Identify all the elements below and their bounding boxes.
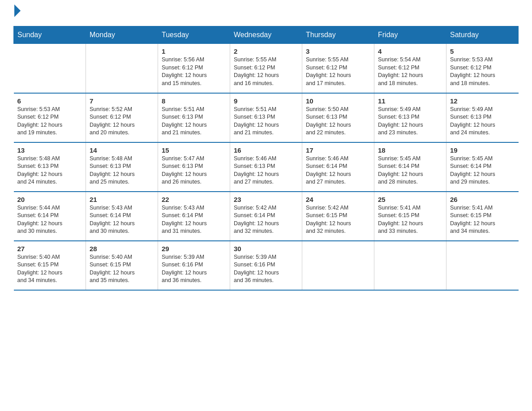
day-info: Sunrise: 5:49 AM Sunset: 6:13 PM Dayligh… xyxy=(450,106,515,137)
header-friday: Friday xyxy=(374,26,446,44)
calendar-cell: 11Sunrise: 5:49 AM Sunset: 6:13 PM Dayli… xyxy=(374,93,446,142)
calendar-cell: 22Sunrise: 5:43 AM Sunset: 6:14 PM Dayli… xyxy=(158,192,230,241)
day-info: Sunrise: 5:46 AM Sunset: 6:14 PM Dayligh… xyxy=(306,155,370,186)
day-info: Sunrise: 5:55 AM Sunset: 6:12 PM Dayligh… xyxy=(306,56,370,87)
day-info: Sunrise: 5:47 AM Sunset: 6:13 PM Dayligh… xyxy=(162,155,226,186)
day-number: 20 xyxy=(17,196,82,203)
day-info: Sunrise: 5:39 AM Sunset: 6:16 PM Dayligh… xyxy=(162,253,226,285)
day-number: 3 xyxy=(306,47,370,55)
day-number: 24 xyxy=(306,196,370,203)
calendar-cell: 14Sunrise: 5:48 AM Sunset: 6:13 PM Dayli… xyxy=(86,142,158,192)
day-number: 23 xyxy=(234,196,298,203)
calendar-cell xyxy=(302,241,374,290)
calendar-table: Sunday Monday Tuesday Wednesday Thursday… xyxy=(13,26,519,291)
calendar-cell: 7Sunrise: 5:52 AM Sunset: 6:12 PM Daylig… xyxy=(86,93,158,142)
calendar-cell: 2Sunrise: 5:55 AM Sunset: 6:12 PM Daylig… xyxy=(230,44,302,93)
day-number: 10 xyxy=(306,97,370,105)
header-sunday: Sunday xyxy=(14,26,86,44)
day-info: Sunrise: 5:51 AM Sunset: 6:13 PM Dayligh… xyxy=(234,106,298,137)
calendar-cell xyxy=(374,241,446,290)
day-info: Sunrise: 5:55 AM Sunset: 6:12 PM Dayligh… xyxy=(234,56,298,87)
calendar-week-row: 27Sunrise: 5:40 AM Sunset: 6:15 PM Dayli… xyxy=(14,241,519,290)
day-number: 18 xyxy=(378,146,442,154)
day-info: Sunrise: 5:42 AM Sunset: 6:15 PM Dayligh… xyxy=(306,204,370,235)
day-number: 21 xyxy=(90,196,154,203)
day-info: Sunrise: 5:54 AM Sunset: 6:12 PM Dayligh… xyxy=(378,56,442,87)
calendar-cell: 10Sunrise: 5:50 AM Sunset: 6:13 PM Dayli… xyxy=(302,93,374,142)
day-number: 6 xyxy=(17,97,82,105)
day-info: Sunrise: 5:53 AM Sunset: 6:12 PM Dayligh… xyxy=(17,106,82,137)
calendar-cell: 28Sunrise: 5:40 AM Sunset: 6:15 PM Dayli… xyxy=(86,241,158,290)
day-info: Sunrise: 5:46 AM Sunset: 6:13 PM Dayligh… xyxy=(234,155,298,186)
calendar-cell: 16Sunrise: 5:46 AM Sunset: 6:13 PM Dayli… xyxy=(230,142,302,192)
day-number: 29 xyxy=(162,245,226,253)
weekday-header-row: Sunday Monday Tuesday Wednesday Thursday… xyxy=(14,26,519,44)
day-info: Sunrise: 5:44 AM Sunset: 6:14 PM Dayligh… xyxy=(17,204,82,235)
day-number: 14 xyxy=(90,146,154,154)
day-number: 30 xyxy=(234,245,298,253)
day-number: 5 xyxy=(450,47,515,55)
logo-triangle-icon xyxy=(14,4,21,17)
day-number: 19 xyxy=(450,146,515,154)
day-number: 25 xyxy=(378,196,442,203)
day-info: Sunrise: 5:51 AM Sunset: 6:13 PM Dayligh… xyxy=(162,106,226,137)
day-number: 17 xyxy=(306,146,370,154)
calendar-cell: 23Sunrise: 5:42 AM Sunset: 6:14 PM Dayli… xyxy=(230,192,302,241)
calendar-cell: 20Sunrise: 5:44 AM Sunset: 6:14 PM Dayli… xyxy=(14,192,86,241)
day-number: 28 xyxy=(90,245,154,253)
day-number: 4 xyxy=(378,47,442,55)
calendar-cell: 24Sunrise: 5:42 AM Sunset: 6:15 PM Dayli… xyxy=(302,192,374,241)
day-info: Sunrise: 5:40 AM Sunset: 6:15 PM Dayligh… xyxy=(90,253,154,285)
calendar-cell: 12Sunrise: 5:49 AM Sunset: 6:13 PM Dayli… xyxy=(446,93,519,142)
calendar-cell: 21Sunrise: 5:43 AM Sunset: 6:14 PM Dayli… xyxy=(86,192,158,241)
calendar-cell: 17Sunrise: 5:46 AM Sunset: 6:14 PM Dayli… xyxy=(302,142,374,192)
header-tuesday: Tuesday xyxy=(158,26,230,44)
day-number: 8 xyxy=(162,97,226,105)
day-info: Sunrise: 5:45 AM Sunset: 6:14 PM Dayligh… xyxy=(450,155,515,186)
day-info: Sunrise: 5:48 AM Sunset: 6:13 PM Dayligh… xyxy=(90,155,154,186)
calendar-cell: 29Sunrise: 5:39 AM Sunset: 6:16 PM Dayli… xyxy=(158,241,230,290)
day-info: Sunrise: 5:52 AM Sunset: 6:12 PM Dayligh… xyxy=(90,106,154,137)
calendar-cell: 15Sunrise: 5:47 AM Sunset: 6:13 PM Dayli… xyxy=(158,142,230,192)
calendar-cell: 19Sunrise: 5:45 AM Sunset: 6:14 PM Dayli… xyxy=(446,142,519,192)
header-monday: Monday xyxy=(86,26,158,44)
day-number: 12 xyxy=(450,97,515,105)
day-info: Sunrise: 5:50 AM Sunset: 6:13 PM Dayligh… xyxy=(306,106,370,137)
calendar-cell: 25Sunrise: 5:41 AM Sunset: 6:15 PM Dayli… xyxy=(374,192,446,241)
calendar-cell: 1Sunrise: 5:56 AM Sunset: 6:12 PM Daylig… xyxy=(158,44,230,93)
day-number: 2 xyxy=(234,47,298,55)
day-info: Sunrise: 5:56 AM Sunset: 6:12 PM Dayligh… xyxy=(162,56,226,87)
calendar-cell: 26Sunrise: 5:41 AM Sunset: 6:15 PM Dayli… xyxy=(446,192,519,241)
day-info: Sunrise: 5:48 AM Sunset: 6:13 PM Dayligh… xyxy=(17,155,82,186)
calendar-cell: 6Sunrise: 5:53 AM Sunset: 6:12 PM Daylig… xyxy=(14,93,86,142)
day-number: 15 xyxy=(162,146,226,154)
calendar-week-row: 1Sunrise: 5:56 AM Sunset: 6:12 PM Daylig… xyxy=(14,44,519,93)
logo xyxy=(13,9,21,17)
calendar-cell: 4Sunrise: 5:54 AM Sunset: 6:12 PM Daylig… xyxy=(374,44,446,93)
day-info: Sunrise: 5:41 AM Sunset: 6:15 PM Dayligh… xyxy=(450,204,515,235)
day-info: Sunrise: 5:49 AM Sunset: 6:13 PM Dayligh… xyxy=(378,106,442,137)
calendar-cell xyxy=(14,44,86,93)
calendar-cell: 3Sunrise: 5:55 AM Sunset: 6:12 PM Daylig… xyxy=(302,44,374,93)
day-info: Sunrise: 5:42 AM Sunset: 6:14 PM Dayligh… xyxy=(234,204,298,235)
calendar-cell: 27Sunrise: 5:40 AM Sunset: 6:15 PM Dayli… xyxy=(14,241,86,290)
day-info: Sunrise: 5:43 AM Sunset: 6:14 PM Dayligh… xyxy=(90,204,154,235)
calendar-cell: 13Sunrise: 5:48 AM Sunset: 6:13 PM Dayli… xyxy=(14,142,86,192)
day-info: Sunrise: 5:53 AM Sunset: 6:12 PM Dayligh… xyxy=(450,56,515,87)
page-header xyxy=(13,9,519,17)
calendar-cell xyxy=(86,44,158,93)
day-number: 22 xyxy=(162,196,226,203)
calendar-week-row: 20Sunrise: 5:44 AM Sunset: 6:14 PM Dayli… xyxy=(14,192,519,241)
calendar-week-row: 6Sunrise: 5:53 AM Sunset: 6:12 PM Daylig… xyxy=(14,93,519,142)
day-number: 7 xyxy=(90,97,154,105)
header-wednesday: Wednesday xyxy=(230,26,302,44)
day-number: 26 xyxy=(450,196,515,203)
day-number: 13 xyxy=(17,146,82,154)
day-info: Sunrise: 5:43 AM Sunset: 6:14 PM Dayligh… xyxy=(162,204,226,235)
calendar-week-row: 13Sunrise: 5:48 AM Sunset: 6:13 PM Dayli… xyxy=(14,142,519,192)
calendar-cell: 5Sunrise: 5:53 AM Sunset: 6:12 PM Daylig… xyxy=(446,44,519,93)
calendar-cell xyxy=(446,241,519,290)
calendar-cell: 9Sunrise: 5:51 AM Sunset: 6:13 PM Daylig… xyxy=(230,93,302,142)
day-number: 1 xyxy=(162,47,226,55)
calendar-cell: 30Sunrise: 5:39 AM Sunset: 6:16 PM Dayli… xyxy=(230,241,302,290)
